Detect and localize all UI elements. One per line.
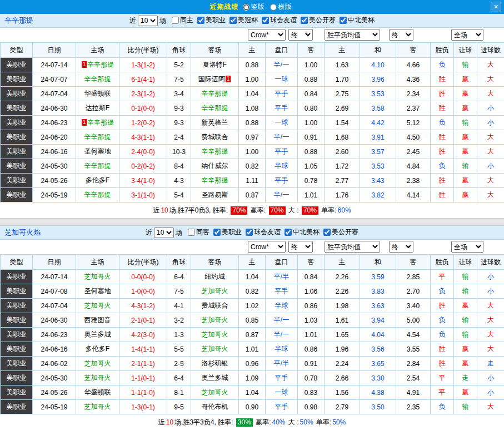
euro-home-odds: 1.96 <box>325 342 360 357</box>
col-header-goals: 进球数 <box>477 255 504 270</box>
asia-home-odds: 1.01 <box>239 342 266 357</box>
euro-away-odds: 5.12 <box>396 116 431 130</box>
away-team-cell: 国际迈阿1 <box>191 72 239 87</box>
col-header-euro-draw: 和 <box>360 255 396 270</box>
date-cell: 24-07-04 <box>33 299 76 313</box>
asia-away-odds: 1.06 <box>298 284 325 299</box>
checkbox-美公开赛[interactable] <box>301 17 308 24</box>
match-row: 美职业24-07-04华盛顿联2-3(1-2)3-4辛辛那提1.04平手0.84… <box>1 87 504 101</box>
euro-draw-odds: 4.42 <box>360 116 396 130</box>
asia-handicap: 平手 <box>266 101 298 116</box>
section-divider <box>0 218 504 226</box>
corners-cell: 2-5 <box>167 357 191 371</box>
col-header-handicap-result: 让球 <box>454 255 477 270</box>
home-team-cell: 华盛顿联 <box>76 385 119 400</box>
date-cell: 24-06-30 <box>33 313 76 328</box>
euro-away-odds: 4.36 <box>396 72 431 87</box>
euro-away-odds: 3.55 <box>396 342 431 357</box>
close-button[interactable]: × <box>491 2 501 12</box>
summary-segment: 大 : <box>287 418 299 427</box>
final-odds-select[interactable]: 终 <box>288 241 313 253</box>
euro-home-odds: 2.69 <box>325 101 360 116</box>
layout-radio[interactable] <box>270 4 277 11</box>
euro-draw-odds: 3.43 <box>360 174 396 188</box>
summary-segment: 70% <box>231 206 247 215</box>
filter-check-美公开赛: 美公开赛 <box>301 16 336 25</box>
date-cell: 24-06-23 <box>33 116 76 130</box>
home-team-cell: 1辛辛那提 <box>76 116 119 130</box>
asia-handicap: 平/半 <box>266 357 298 371</box>
away-team-cell: 夏洛特F <box>191 58 239 72</box>
asia-away-odds: 0.78 <box>298 371 325 385</box>
checkbox-中北美杯[interactable] <box>340 17 347 24</box>
match-count-select[interactable]: 10 <box>138 16 158 26</box>
summary-segment: 10 <box>161 206 168 214</box>
team-label: 辛辛那提 <box>84 75 111 83</box>
match-count-select[interactable]: 10 <box>154 228 174 238</box>
handicap-result-cell: 赢 <box>454 145 477 159</box>
summary-segment: 单率: <box>315 418 332 427</box>
final-odds-select[interactable]: 终 <box>288 29 313 41</box>
asia-home-odds: 1.04 <box>239 87 266 101</box>
euro-away-odds: 4.14 <box>396 188 431 202</box>
final-odds-select-2[interactable]: 终 <box>389 29 413 41</box>
checkbox-球会友谊[interactable] <box>262 17 269 24</box>
europe-avg-select[interactable]: 胜平负均值 <box>325 241 380 253</box>
euro-away-odds: 2.84 <box>396 357 431 371</box>
away-team-cell: 新英格兰 <box>191 116 239 130</box>
asia-handicap: 平手 <box>266 87 298 101</box>
team-label: 辛辛那提 <box>84 133 111 141</box>
asia-away-odds: 1.01 <box>298 328 325 342</box>
checkbox-label: 同主 <box>180 16 193 25</box>
odds-company-select[interactable]: Crow* <box>248 241 286 253</box>
scope-select[interactable]: 全场 <box>451 241 483 253</box>
checkbox-同客[interactable] <box>188 229 195 236</box>
matches-table: 类型日期主场比分(半场)角球客场主盘口客主和客胜负让球进球数 美职业24-07-… <box>0 42 504 202</box>
handicap-result-cell: 输 <box>454 328 477 342</box>
handicap-result-cell: 赢 <box>454 357 477 371</box>
final-odds-select-2[interactable]: 终 <box>389 241 413 253</box>
result-cell: 胜 <box>431 357 454 371</box>
odds-company-select[interactable]: Crow* <box>248 29 286 41</box>
euro-home-odds: 2.75 <box>325 87 360 101</box>
col-header-away: 客场 <box>191 43 239 58</box>
score-cell: 0-0(0-0) <box>119 270 167 284</box>
checkbox-美公开赛[interactable] <box>323 229 331 236</box>
team-label: 圣何塞地 <box>84 147 111 155</box>
col-header-result: 胜负 <box>431 43 454 58</box>
col-header-home: 主场 <box>76 43 119 58</box>
team-label: 辛辛那提 <box>202 147 228 155</box>
home-team-cell: 1辛辛那提 <box>76 58 119 72</box>
asia-home-odds: 1.02 <box>239 299 266 313</box>
asia-away-odds: 0.88 <box>298 145 325 159</box>
neutral-badge: 1 <box>82 61 87 68</box>
checkbox-球会友谊[interactable] <box>246 229 253 236</box>
checkbox-中北美杯[interactable] <box>285 229 292 236</box>
asia-handicap: 一球 <box>266 116 298 130</box>
euro-away-odds: 2.34 <box>396 87 431 101</box>
europe-avg-select[interactable]: 胜平负均值 <box>325 29 380 41</box>
asia-home-odds: 1.08 <box>239 101 266 116</box>
match-row: 美职业24-06-23奥兰多城4-2(3-0)1-3芝加哥火0.87半/一1.0… <box>1 328 504 342</box>
checkbox-美冠杯[interactable] <box>229 17 237 24</box>
checkbox-label: 中北美杯 <box>348 16 375 25</box>
score-cell: 1-3(1-2) <box>119 58 167 72</box>
asia-away-odds: 0.83 <box>298 385 325 400</box>
handicap-result-cell: 赢 <box>454 188 477 202</box>
filter-controls: 近 10 场 同主美职业美冠杯球会友谊美公开赛中北美杯 <box>129 16 375 26</box>
goals-result-cell: 小 <box>477 385 504 400</box>
checkbox-label: 球会友谊 <box>254 228 281 237</box>
checkbox-美职业[interactable] <box>197 17 204 24</box>
checkbox-美职业[interactable] <box>213 229 221 236</box>
scope-select[interactable]: 全场 <box>451 29 483 41</box>
asia-home-odds: 1.00 <box>239 145 266 159</box>
corners-cell: 6-4 <box>167 371 191 385</box>
goals-result-cell: 小 <box>477 284 504 299</box>
handicap-result-cell: 输 <box>454 284 477 299</box>
checkbox-label: 同客 <box>196 228 209 237</box>
score-cell: 4-2(3-0) <box>119 328 167 342</box>
layout-radio[interactable] <box>243 4 249 11</box>
corners-cell: 9-3 <box>167 101 191 116</box>
checkbox-同主[interactable] <box>172 17 179 24</box>
asia-away-odds: 1.00 <box>298 116 325 130</box>
